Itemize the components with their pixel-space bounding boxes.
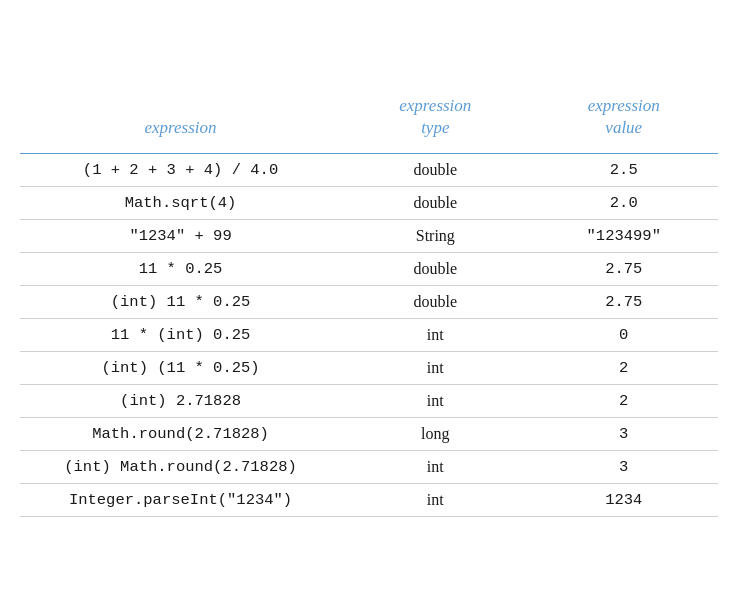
cell-value: 2.75 xyxy=(530,286,718,319)
cell-value: 2.0 xyxy=(530,187,718,220)
cell-expression: Integer.parseInt("1234") xyxy=(20,484,341,517)
expressions-table: expression expressiontype expressionvalu… xyxy=(20,85,718,517)
cell-expression: 11 * (int) 0.25 xyxy=(20,319,341,352)
cell-expression: Math.sqrt(4) xyxy=(20,187,341,220)
cell-expression: (int) (11 * 0.25) xyxy=(20,352,341,385)
table-row: (int) (11 * 0.25)int2 xyxy=(20,352,718,385)
cell-type: String xyxy=(341,220,529,253)
cell-type: int xyxy=(341,319,529,352)
table-row: "1234" + 99String"123499" xyxy=(20,220,718,253)
cell-value: 2 xyxy=(530,385,718,418)
cell-expression: (int) Math.round(2.71828) xyxy=(20,451,341,484)
table-row: 11 * (int) 0.25int0 xyxy=(20,319,718,352)
cell-value: 3 xyxy=(530,451,718,484)
cell-expression: (1 + 2 + 3 + 4) / 4.0 xyxy=(20,154,341,187)
table-row: (int) 11 * 0.25double2.75 xyxy=(20,286,718,319)
cell-value: 2.5 xyxy=(530,154,718,187)
cell-value: 3 xyxy=(530,418,718,451)
header-value: expressionvalue xyxy=(530,85,718,153)
cell-type: int xyxy=(341,385,529,418)
cell-expression: (int) 2.71828 xyxy=(20,385,341,418)
table-row: (int) Math.round(2.71828)int3 xyxy=(20,451,718,484)
cell-type: double xyxy=(341,253,529,286)
table-row: (int) 2.71828int2 xyxy=(20,385,718,418)
table-row: Math.round(2.71828)long3 xyxy=(20,418,718,451)
cell-value: 2.75 xyxy=(530,253,718,286)
cell-type: int xyxy=(341,484,529,517)
cell-type: double xyxy=(341,187,529,220)
cell-type: double xyxy=(341,286,529,319)
table-row: (1 + 2 + 3 + 4) / 4.0double2.5 xyxy=(20,154,718,187)
cell-type: int xyxy=(341,451,529,484)
cell-expression: (int) 11 * 0.25 xyxy=(20,286,341,319)
cell-expression: "1234" + 99 xyxy=(20,220,341,253)
cell-value: 1234 xyxy=(530,484,718,517)
cell-expression: 11 * 0.25 xyxy=(20,253,341,286)
table-row: 11 * 0.25double2.75 xyxy=(20,253,718,286)
cell-type: int xyxy=(341,352,529,385)
table-row: Math.sqrt(4)double2.0 xyxy=(20,187,718,220)
cell-value: "123499" xyxy=(530,220,718,253)
cell-expression: Math.round(2.71828) xyxy=(20,418,341,451)
table-container: expression expressiontype expressionvalu… xyxy=(20,85,718,517)
cell-value: 2 xyxy=(530,352,718,385)
cell-value: 0 xyxy=(530,319,718,352)
header-expression: expression xyxy=(20,85,341,153)
table-row: Integer.parseInt("1234")int1234 xyxy=(20,484,718,517)
cell-type: long xyxy=(341,418,529,451)
header-type: expressiontype xyxy=(341,85,529,153)
cell-type: double xyxy=(341,154,529,187)
